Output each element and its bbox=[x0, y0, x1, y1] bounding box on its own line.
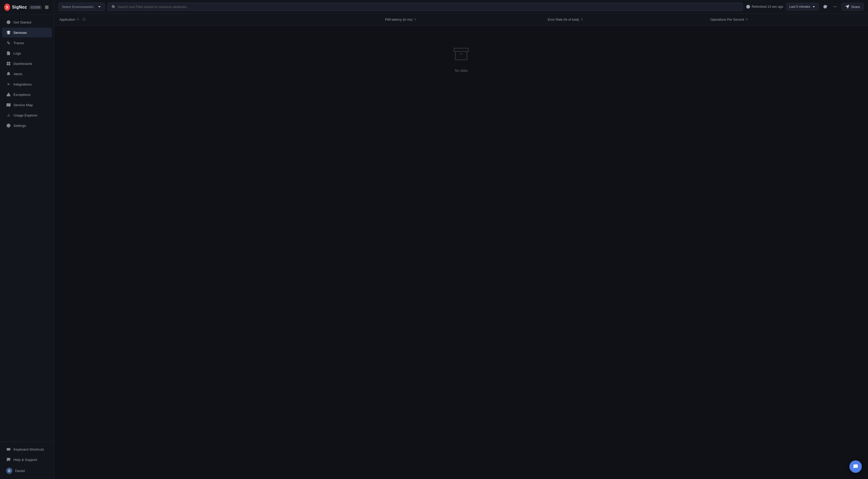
app-name: SigNoz bbox=[12, 5, 27, 9]
sidebar-logo: S SigNoz CLOUD bbox=[0, 0, 54, 15]
svg-point-19 bbox=[112, 5, 115, 8]
time-range-select[interactable]: Last 5 minutes bbox=[786, 3, 819, 10]
bar-chart-icon bbox=[6, 113, 11, 118]
keyboard-icon bbox=[6, 447, 11, 452]
services-table-container: Application ⇅ P99 latency (in ms) ⇅ bbox=[54, 14, 868, 479]
sidebar-item-alerts[interactable]: Alerts bbox=[2, 69, 52, 79]
sidebar-item-traces[interactable]: Traces bbox=[2, 38, 52, 48]
svg-rect-7 bbox=[9, 64, 10, 65]
user-menu[interactable]: D Daniel bbox=[2, 465, 52, 476]
column-sort-ops-per-second[interactable]: Operations Per Second ⇅ bbox=[710, 18, 863, 22]
sidebar-nav: Get Started Services Traces Logs Dashboa bbox=[0, 15, 54, 442]
share-button[interactable]: Share bbox=[841, 3, 864, 10]
more-icon bbox=[833, 5, 837, 9]
table-header: Application ⇅ P99 latency (in ms) ⇅ bbox=[54, 14, 868, 26]
sidebar-item-logs[interactable]: Logs bbox=[2, 48, 52, 58]
settings-icon bbox=[6, 123, 11, 128]
layers-icon bbox=[6, 30, 11, 35]
table-body: No data bbox=[54, 26, 868, 93]
sort-icon-application: ⇅ bbox=[77, 18, 79, 21]
svg-rect-29 bbox=[454, 48, 468, 52]
clock-icon bbox=[746, 5, 750, 9]
env-select-placeholder: Select Environment/s bbox=[62, 5, 94, 9]
sidebar-item-settings[interactable]: Settings bbox=[2, 121, 52, 130]
empty-state-icon bbox=[454, 46, 469, 65]
sidebar-item-dashboards[interactable]: Dashboards bbox=[2, 59, 52, 68]
sidebar-item-label-usage-explorer: Usage Explorer bbox=[13, 113, 37, 117]
sidebar-item-integrations[interactable]: Integrations bbox=[2, 79, 52, 89]
empty-state-row: No data bbox=[54, 26, 868, 93]
share-label: Share bbox=[851, 5, 860, 9]
sidebar-bottom: Keyboard Shortcuts Help & Support D Dani… bbox=[0, 442, 54, 479]
column-label-p99-latency: P99 latency (in ms) bbox=[385, 18, 412, 22]
refresh-button[interactable] bbox=[822, 3, 829, 10]
column-sort-application[interactable]: Application ⇅ bbox=[59, 17, 375, 22]
map-icon bbox=[6, 102, 11, 107]
svg-point-22 bbox=[835, 6, 835, 7]
search-placeholder: Search and Filter based on resource attr… bbox=[118, 5, 188, 9]
sidebar-item-usage-explorer[interactable]: Usage Explorer bbox=[2, 110, 52, 120]
sort-icon-ops-per-second: ⇅ bbox=[746, 18, 748, 21]
share-icon bbox=[845, 5, 849, 9]
svg-rect-5 bbox=[7, 62, 8, 63]
sidebar-item-exceptions[interactable]: Exceptions bbox=[2, 90, 52, 99]
svg-line-28 bbox=[85, 20, 86, 21]
sidebar-item-label-traces: Traces bbox=[13, 41, 24, 45]
sidebar-item-label-service-map: Service Map bbox=[13, 103, 33, 107]
time-chevron-down-icon bbox=[812, 5, 816, 9]
svg-marker-26 bbox=[846, 5, 849, 8]
rocket-icon bbox=[6, 20, 11, 25]
svg-point-23 bbox=[836, 6, 836, 7]
sidebar-item-services[interactable]: Services bbox=[2, 28, 52, 37]
avatar: D bbox=[6, 468, 12, 474]
sidebar-item-label-alerts: Alerts bbox=[13, 72, 23, 76]
sidebar-item-label-help-support: Help & Support bbox=[13, 458, 37, 462]
svg-marker-11 bbox=[7, 103, 10, 107]
more-options-button[interactable] bbox=[832, 3, 838, 10]
column-sort-p99-latency[interactable]: P99 latency (in ms) ⇅ bbox=[385, 18, 537, 22]
sidebar-item-label-exceptions: Exceptions bbox=[13, 93, 30, 97]
sidebar-item-label-settings: Settings bbox=[13, 124, 26, 128]
grid-icon bbox=[6, 61, 11, 66]
column-header-p99-latency: P99 latency (in ms) ⇅ bbox=[380, 14, 542, 26]
user-name: Daniel bbox=[15, 469, 25, 473]
empty-state-cell: No data bbox=[54, 26, 868, 93]
sidebar-item-label-dashboards: Dashboards bbox=[13, 62, 32, 66]
svg-rect-18 bbox=[7, 448, 10, 450]
column-header-application: Application ⇅ bbox=[54, 14, 380, 26]
search-icon bbox=[111, 5, 116, 9]
svg-rect-6 bbox=[9, 62, 10, 63]
column-sort-error-rate[interactable]: Error Rate (% of total) ⇅ bbox=[548, 18, 700, 22]
sidebar-item-label-services: Services bbox=[13, 31, 27, 35]
time-range-label: Last 5 minutes bbox=[789, 5, 810, 8]
refresh-icon bbox=[823, 5, 827, 9]
sidebar-item-label-integrations: Integrations bbox=[13, 82, 32, 86]
sidebar: S SigNoz CLOUD Get Started Services bbox=[0, 0, 54, 479]
sort-icon-p99-latency: ⇅ bbox=[414, 18, 416, 21]
services-table: Application ⇅ P99 latency (in ms) ⇅ bbox=[54, 14, 868, 93]
sidebar-collapse-button[interactable] bbox=[44, 4, 50, 10]
column-search-icon[interactable] bbox=[82, 17, 86, 22]
alert-triangle-icon bbox=[6, 92, 11, 97]
sidebar-item-help-support[interactable]: Help & Support bbox=[2, 455, 52, 465]
chat-bubble-button[interactable] bbox=[849, 460, 862, 473]
topbar: Select Environment/s Search and Filter b… bbox=[54, 0, 868, 14]
svg-point-24 bbox=[834, 6, 834, 7]
column-header-ops-per-second: Operations Per Second ⇅ bbox=[705, 14, 868, 26]
sidebar-item-keyboard-shortcuts[interactable]: Keyboard Shortcuts bbox=[2, 444, 52, 454]
column-label-application: Application bbox=[59, 18, 75, 22]
refresh-info: Refreshed 14 sec ago bbox=[746, 5, 783, 9]
plug-icon bbox=[6, 82, 11, 87]
sidebar-item-get-started[interactable]: Get Started bbox=[2, 17, 52, 27]
refresh-label: Refreshed 14 sec ago bbox=[752, 5, 783, 8]
chat-icon bbox=[853, 464, 859, 470]
svg-rect-8 bbox=[7, 64, 8, 65]
sort-icon-error-rate: ⇅ bbox=[581, 18, 583, 21]
environment-select[interactable]: Select Environment/s bbox=[58, 3, 105, 11]
message-circle-icon bbox=[6, 457, 11, 462]
column-header-error-rate: Error Rate (% of total) ⇅ bbox=[542, 14, 705, 26]
sidebar-item-service-map[interactable]: Service Map bbox=[2, 100, 52, 110]
search-bar[interactable]: Search and Filter based on resource attr… bbox=[107, 3, 743, 11]
svg-line-20 bbox=[114, 7, 115, 8]
sidebar-item-label-keyboard-shortcuts: Keyboard Shortcuts bbox=[13, 447, 44, 451]
